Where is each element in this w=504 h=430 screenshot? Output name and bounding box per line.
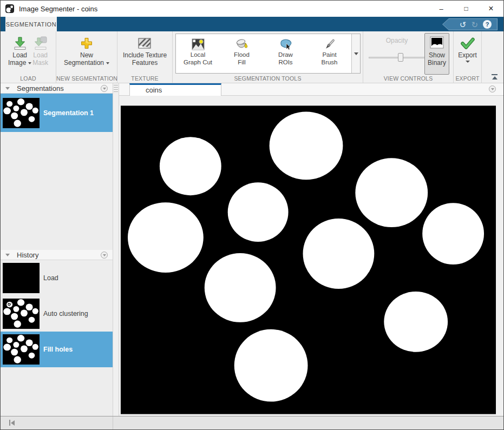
collapse-caret-icon (5, 87, 10, 90)
history-item-auto-clustering[interactable]: Auto clustering (1, 296, 113, 332)
document-menu-icon[interactable] (489, 85, 496, 92)
show-binary-toggle[interactable]: Show Binary (424, 33, 449, 75)
opacity-label: Opacity (369, 37, 425, 44)
chevron-up-icon (492, 76, 498, 80)
draw-rois-button[interactable]: Draw ROIs (264, 34, 307, 73)
new-segmentation-label-2: Segmentation (64, 59, 109, 67)
segmentation-list-item[interactable]: Segmentation 1 (1, 94, 113, 132)
opacity-slider (369, 53, 425, 62)
show-binary-label-2: Binary (428, 59, 446, 67)
new-segmentation-icon (80, 37, 93, 50)
browser-panel: Segmentations Segmentation 1 History Loa… (1, 83, 113, 416)
collapse-ribbon-button[interactable] (491, 74, 498, 80)
export-label: Export (458, 51, 477, 59)
history-item-label: Load (43, 274, 58, 282)
minimize-button[interactable]: – (429, 1, 454, 17)
panel-menu-icon[interactable] (101, 85, 108, 92)
close-button[interactable]: × (479, 1, 503, 17)
document-area: coins (119, 83, 503, 416)
window-title: Image Segmenter - coins (19, 5, 97, 13)
draw-rois-label-2: ROIs (278, 59, 292, 67)
export-button[interactable]: Export (458, 31, 477, 63)
paint-brush-button[interactable]: Paint Brush (307, 34, 351, 73)
opacity-slider-thumb[interactable] (398, 53, 403, 62)
binary-image[interactable] (121, 105, 496, 414)
image-viewport (119, 96, 503, 416)
local-graph-cut-label-1: Local (191, 51, 206, 59)
main-content: Segmentations Segmentation 1 History Loa… (1, 83, 503, 416)
history-thumbnail-fill-holes (3, 334, 40, 365)
help-icon[interactable]: ? (483, 20, 492, 29)
segmentation-item-label: Segmentation 1 (43, 109, 94, 117)
include-texture-label-1: Include Texture (123, 51, 167, 59)
export-check-icon (461, 37, 475, 49)
history-item-label: Auto clustering (43, 310, 88, 317)
tab-segmentation[interactable]: SEGMENTATION (5, 17, 57, 31)
flood-fill-label-1: Flood (234, 51, 250, 59)
panel-splitter[interactable] (113, 83, 119, 416)
image-segmenter-window: Image Segmenter - coins – □ × SEGMENTATI… (0, 0, 504, 430)
section-label-view-controls: VIEW CONTROLS (363, 75, 453, 82)
statusbar-divider (113, 416, 113, 429)
tab-coins[interactable]: coins (129, 83, 221, 96)
local-graph-cut-icon (192, 38, 205, 50)
panel-menu-icon[interactable] (101, 252, 108, 259)
draw-rois-label-1: Draw (278, 51, 293, 59)
show-binary-label-1: Show (429, 51, 445, 59)
draw-rois-icon (279, 38, 293, 51)
load-mask-label-1: Load (33, 51, 48, 59)
section-label-new-segmentation: NEW SEGMENTATION (56, 75, 117, 82)
paint-brush-label-1: Paint (322, 51, 336, 59)
section-label-segmentation-tools: SEGMENTATION TOOLS (173, 75, 363, 82)
redo-icon: ↻ (471, 21, 478, 29)
undo-icon[interactable]: ↺ (460, 21, 467, 29)
gallery-dropdown-button[interactable] (351, 34, 360, 73)
flood-fill-label-2: Fill (238, 59, 246, 67)
dropdown-arrow-icon (106, 62, 109, 64)
segmentations-panel-header[interactable]: Segmentations (1, 83, 113, 94)
dropdown-arrow-icon (466, 61, 470, 63)
app-icon (5, 4, 14, 13)
segmentations-panel-empty-area (1, 132, 113, 250)
maximize-button[interactable]: □ (454, 1, 479, 17)
section-label-export: EXPORT (454, 75, 481, 82)
titlebar: Image Segmenter - coins – □ × (1, 1, 503, 17)
flood-fill-icon (235, 38, 248, 51)
dropdown-arrow-icon (28, 62, 31, 64)
history-thumbnail-auto-clustering (3, 299, 40, 329)
history-panel-empty-area (1, 367, 113, 416)
history-thumbnail-load (3, 263, 40, 293)
show-binary-icon (429, 36, 444, 49)
local-graph-cut-label-2: Graph Cut (184, 59, 212, 67)
flood-fill-button[interactable]: Flood Fill (220, 34, 264, 73)
quick-access-toolbar: ↺ ↻ ? (442, 18, 498, 30)
statusbar (1, 416, 503, 429)
load-image-label-2: Image (8, 59, 31, 67)
include-texture-button[interactable]: Include Texture Features (123, 31, 167, 67)
history-panel-title: History (17, 251, 38, 259)
toolbar-tail (482, 31, 503, 83)
include-texture-label-2: Features (132, 59, 158, 67)
history-panel-header[interactable]: History (1, 250, 113, 260)
section-segmentation-tools: Local Graph Cut Flood Fill (173, 31, 363, 83)
opacity-slider-track (369, 57, 425, 58)
section-load: Load Image Load Mask LOAD (1, 31, 56, 83)
history-item-label: Fill holes (43, 346, 73, 353)
load-image-label-1: Load (12, 51, 27, 59)
local-graph-cut-button[interactable]: Local Graph Cut (176, 34, 220, 73)
history-item-load[interactable]: Load (1, 260, 113, 296)
window-controls: – □ × (429, 1, 503, 17)
load-mask-label-2: Mask (32, 59, 48, 67)
section-new-segmentation: New Segmentation NEW SEGMENTATION (56, 31, 117, 83)
section-view-controls: Opacity (363, 31, 454, 83)
segmentations-panel-title: Segmentations (17, 84, 64, 92)
section-label-load: LOAD (1, 75, 56, 82)
new-segmentation-button[interactable]: New Segmentation (64, 31, 109, 67)
splitter-grip-icon (114, 85, 118, 93)
texture-icon (138, 37, 152, 50)
load-image-icon (13, 36, 27, 50)
history-item-fill-holes[interactable]: Fill holes (1, 332, 113, 367)
collapse-panel-button[interactable] (9, 420, 15, 426)
ribbon-toolbar: Load Image Load Mask LOAD (1, 31, 503, 83)
section-texture: Include Texture Features TEXTURE (117, 31, 173, 83)
